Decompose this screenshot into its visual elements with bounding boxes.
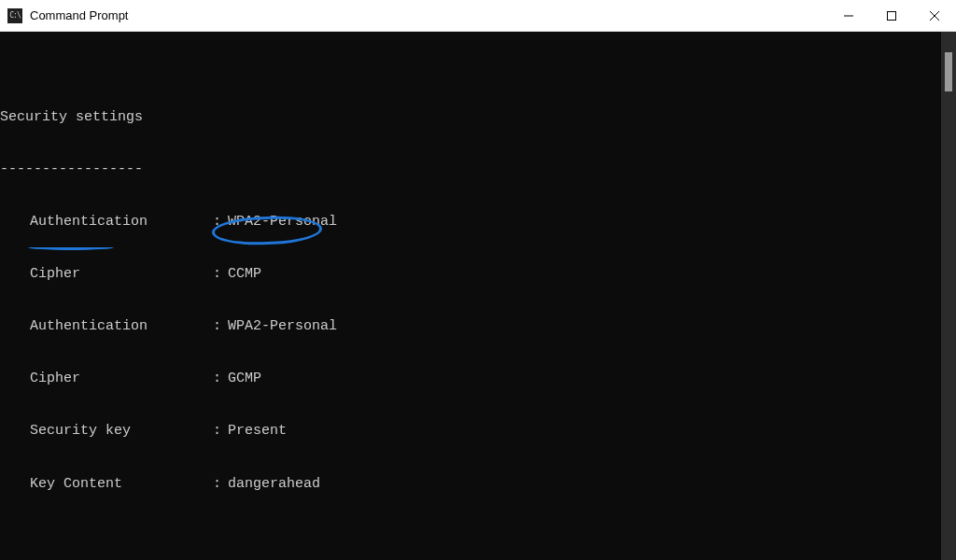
kv-label: Cipher xyxy=(30,266,213,284)
kv-value: Present xyxy=(228,423,287,441)
close-button[interactable] xyxy=(913,0,956,32)
console-area: Security settings ----------------- Auth… xyxy=(0,32,956,560)
security-heading: Security settings xyxy=(0,109,941,127)
underline-annotation xyxy=(28,245,114,250)
kv-row: Cipher: CCMP xyxy=(0,266,941,284)
kv-row: Authentication: WPA2-Personal xyxy=(0,214,941,231)
kv-value: GCMP xyxy=(228,371,261,388)
kv-row: Cipher: GCMP xyxy=(0,371,941,388)
kv-row: Authentication: WPA2-Personal xyxy=(0,318,941,336)
kv-value-highlighted: dangerahead xyxy=(228,476,320,494)
svg-rect-1 xyxy=(888,11,896,20)
console-output[interactable]: Security settings ----------------- Auth… xyxy=(0,32,941,560)
kv-label: Authentication xyxy=(30,318,213,336)
maximize-button[interactable] xyxy=(870,0,913,32)
kv-value: WPA2-Personal xyxy=(228,318,337,336)
kv-value: CCMP xyxy=(228,266,261,284)
minimize-button[interactable] xyxy=(827,0,870,32)
kv-label: Cipher xyxy=(30,371,213,388)
window-controls xyxy=(827,0,956,32)
vertical-scrollbar[interactable] xyxy=(941,32,956,560)
kv-label: Security key xyxy=(30,423,213,441)
window-title: Command Prompt xyxy=(30,8,827,22)
cmd-icon: C:\ xyxy=(7,8,22,23)
kv-label: Key Content xyxy=(30,476,213,494)
kv-row: Key Content: dangerahead xyxy=(0,476,941,494)
kv-label: Authentication xyxy=(30,214,213,231)
kv-row: Security key: Present xyxy=(0,423,941,441)
kv-value: WPA2-Personal xyxy=(228,214,337,231)
scrollbar-thumb[interactable] xyxy=(945,52,952,91)
title-bar[interactable]: C:\ Command Prompt xyxy=(0,0,956,32)
security-divider: ----------------- xyxy=(0,161,941,179)
